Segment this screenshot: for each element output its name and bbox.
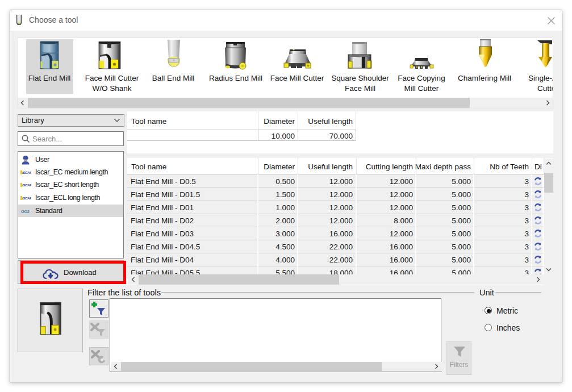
- svg-text:ISCAR: ISCAR: [22, 170, 31, 174]
- svg-text:ISCAR: ISCAR: [22, 196, 31, 200]
- svg-text:ISCAR: ISCAR: [22, 183, 31, 187]
- svg-text:GO2: GO2: [21, 209, 30, 214]
